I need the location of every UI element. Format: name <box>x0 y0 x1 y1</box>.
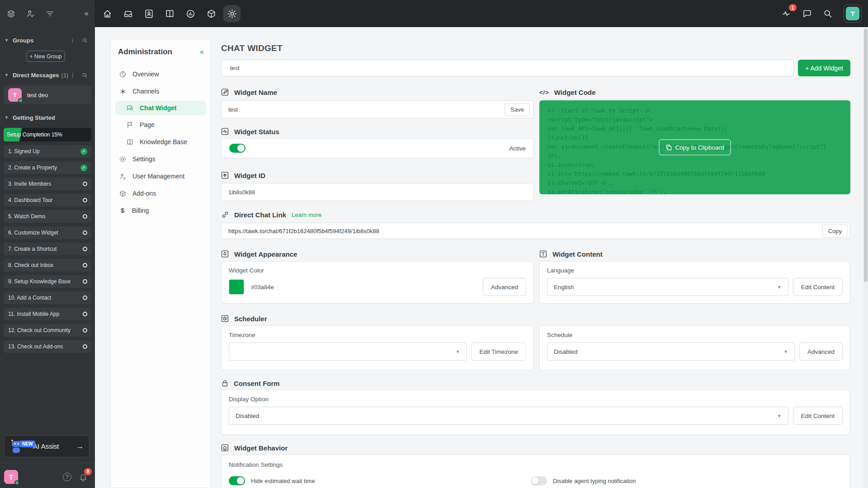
chevron-down-icon: ▼ <box>783 349 788 354</box>
book-icon <box>165 9 175 19</box>
nav-item-channels[interactable]: Channels <box>111 83 210 100</box>
help-button[interactable]: ? <box>63 473 71 481</box>
checklist-item[interactable]: 9. Setup Knowledge Base ✓ <box>4 275 91 288</box>
dm-name: test deo <box>27 92 48 99</box>
appearance-advanced-button[interactable]: Advanced <box>483 278 526 296</box>
checklist-item[interactable]: 12. Check out Community ✓ <box>4 324 91 337</box>
widget-code-header: </> Widget Code <box>539 88 850 97</box>
groups-header: ▼ Groups ⋮ <box>0 33 95 47</box>
nav-knowledge-base-button[interactable] <box>161 5 178 22</box>
nav-item-settings[interactable]: Settings <box>111 150 210 168</box>
add-widget-button[interactable]: + Add Widget <box>798 60 850 76</box>
nav-settings-button[interactable] <box>223 5 241 22</box>
search-button[interactable] <box>823 9 833 19</box>
widget-id-input[interactable]: 1ib8s0k88 <box>221 183 534 201</box>
copy-to-clipboard-button[interactable]: Copy to Clipboard <box>659 140 731 155</box>
checklist-item[interactable]: 2. Create a Property ✓ <box>4 161 91 174</box>
direct-messages-menu-icon[interactable]: ⋮ <box>70 72 75 79</box>
layers-icon[interactable] <box>6 9 16 19</box>
direct-chat-link-input[interactable]: https://tawk.to/chat/671f2b162480f5b4f59… <box>221 223 850 239</box>
save-button[interactable]: Save <box>505 103 530 116</box>
cube-icon <box>119 190 132 197</box>
nav-item-overview[interactable]: Overview <box>111 66 210 83</box>
timezone-dropdown[interactable]: ▼ <box>229 343 467 361</box>
account-avatar[interactable]: T <box>844 5 862 23</box>
disable-typing-toggle[interactable] <box>531 476 547 485</box>
widget-status-toggle[interactable] <box>229 144 245 153</box>
nav-item-chat-widget[interactable]: Chat Widget <box>115 101 206 115</box>
nav-item-add-ons[interactable]: Add-ons <box>111 185 210 202</box>
caret-down-icon[interactable]: ▼ <box>5 38 9 42</box>
schedule-advanced-button[interactable]: Advanced <box>799 343 843 361</box>
nav-item-page[interactable]: Page <box>111 116 210 133</box>
ai-assist-button[interactable]: NEW AI Assist → <box>4 435 90 457</box>
checklist-item[interactable]: 13. Check out Add-ons ✓ <box>4 340 91 353</box>
edit-timezone-button[interactable]: Edit Timezone <box>471 343 526 361</box>
scrollbar-thumb[interactable] <box>864 29 868 282</box>
checklist-item[interactable]: 8. Check out Inbox ✓ <box>4 259 91 272</box>
nav-item-knowledge-base[interactable]: Knowledge Base <box>111 133 210 150</box>
widget-selector-input[interactable]: test <box>221 60 794 76</box>
dm-list-item[interactable]: T test deo <box>4 85 91 104</box>
language-label: Language <box>547 267 843 274</box>
groups-search-icon[interactable] <box>82 38 88 43</box>
learn-more-link[interactable]: Learn more <box>292 211 321 218</box>
nav-item-user-management[interactable]: User Management <box>111 168 210 185</box>
disable-typing-label: Disable agent typing notification <box>553 478 636 484</box>
notification-settings-label: Notification Settings <box>229 461 843 468</box>
sidebar: « ▼ Groups ⋮ + New Group ▼ Direct Messag… <box>0 0 95 488</box>
nav-inbox-button[interactable] <box>119 5 137 22</box>
bell-square-icon <box>221 444 234 452</box>
direct-messages-count: (1) <box>61 72 69 79</box>
agent-status-icon[interactable] <box>26 9 35 19</box>
empty-circle-icon <box>83 230 87 235</box>
groups-label: Groups <box>13 37 33 44</box>
checklist-item[interactable]: 6. Customize Widget ✓ <box>4 226 91 239</box>
copy-icon <box>665 144 672 150</box>
direct-chat-link-header: Direct Chat Link Learn more <box>221 210 850 219</box>
nav-contacts-button[interactable] <box>140 5 157 22</box>
schedule-dropdown[interactable]: Disabled ▼ <box>547 343 795 361</box>
checklist-item-label: 2. Create a Property <box>8 164 57 171</box>
checklist-item[interactable]: 1. Signed Up ✓ <box>4 145 91 158</box>
sidebar-collapse-icon[interactable]: « <box>85 9 89 18</box>
setup-progress-bar: Setup Completion 15% <box>4 128 91 141</box>
chat-bubble-icon <box>802 9 812 19</box>
widget-name-input[interactable]: test Save <box>221 100 534 118</box>
nav-item-billing[interactable]: $Billing <box>111 202 210 219</box>
getting-started-label: Getting Started <box>13 114 55 121</box>
panel-collapse-icon[interactable]: « <box>200 48 204 56</box>
user-avatar[interactable]: T <box>4 470 18 484</box>
edit-content-button[interactable]: Edit Content <box>793 278 843 296</box>
checklist-item[interactable]: 7. Create a Shortcut ✓ <box>4 243 91 255</box>
getting-started-checklist: 1. Signed Up ✓ 2. Create a Property ✓ 3.… <box>0 145 95 353</box>
language-dropdown[interactable]: English ▼ <box>547 278 788 296</box>
activity-button[interactable]: 1 <box>781 9 791 19</box>
page-scrollbar[interactable] <box>863 27 868 488</box>
checklist-item[interactable]: 11. Install Mobile App ✓ <box>4 308 91 320</box>
arrow-right-icon: → <box>76 442 84 450</box>
checklist-item[interactable]: 10. Add a Contact ✓ <box>4 291 91 304</box>
direct-messages-search-icon[interactable] <box>82 72 88 78</box>
checklist-item[interactable]: 4. Dashboard Tour ✓ <box>4 194 91 206</box>
caret-down-icon[interactable]: ▼ <box>5 73 9 77</box>
checklist-item[interactable]: 3. Invite Members ✓ <box>4 178 91 190</box>
consent-edit-content-button[interactable]: Edit Content <box>793 407 843 425</box>
caret-down-icon[interactable]: ▼ <box>5 115 9 120</box>
checklist-item[interactable]: 5. Watch Demo ✓ <box>4 210 91 223</box>
new-group-button[interactable]: + New Group <box>26 51 65 62</box>
hide-wait-time-toggle[interactable] <box>229 476 245 485</box>
groups-menu-icon[interactable]: ⋮ <box>70 37 75 44</box>
nav-addons-button[interactable] <box>203 5 220 22</box>
nav-home-button[interactable] <box>99 5 116 22</box>
fingerprint-icon <box>221 171 234 179</box>
empty-circle-icon <box>83 296 87 300</box>
copy-link-button[interactable]: Copy <box>822 225 848 238</box>
widget-status-header: Widget Status <box>221 127 534 136</box>
nav-monitoring-button[interactable] <box>182 5 199 22</box>
color-swatch[interactable] <box>229 279 244 295</box>
display-option-dropdown[interactable]: Disabled ▼ <box>229 407 788 425</box>
notifications-button[interactable]: 9 <box>79 473 88 482</box>
filter-icon[interactable] <box>45 9 55 19</box>
messages-button[interactable] <box>802 9 812 19</box>
